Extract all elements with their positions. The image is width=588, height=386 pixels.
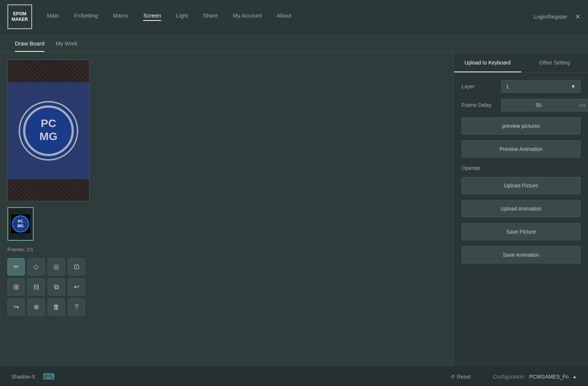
layer-dropdown-arrow: ▼	[570, 83, 576, 89]
canvas-main-area: PC MG	[8, 82, 89, 179]
right-panel-body: Layer 1 ▼ Frame Delay ms preview picture…	[454, 73, 588, 271]
pcmg-logo-large: PC MG	[19, 101, 78, 161]
config-section: Configuration: PCMGAMES_Fn ▲	[493, 374, 577, 380]
nav-share[interactable]: Share	[203, 12, 218, 21]
tool-help[interactable]: ?	[68, 298, 85, 316]
tool-undo[interactable]: ↩	[68, 278, 85, 295]
tool-import-image[interactable]: ⊡	[68, 258, 85, 275]
status-bar: Shadow-X ⌨ ↺ Reset Configuration: PCMGAM…	[0, 367, 588, 386]
save-picture-button[interactable]: Save Picture	[462, 223, 581, 240]
canvas-preview[interactable]: PC MG	[7, 60, 89, 201]
nav-light[interactable]: Light	[176, 12, 188, 21]
center-area	[112, 52, 454, 367]
nav-myaccount[interactable]: My Account	[233, 12, 262, 21]
tab-other-setting[interactable]: Other Setting	[521, 52, 588, 72]
tab-draw-board[interactable]: Draw Board	[15, 40, 44, 52]
svg-text:PC: PC	[41, 117, 56, 129]
logo-text: EPOM MAKER	[12, 11, 28, 22]
layer-row: Layer 1 ▼	[462, 80, 581, 93]
frame-delay-row: Frame Delay ms	[462, 99, 581, 111]
operate-label: Operate	[462, 165, 581, 171]
save-animation-button[interactable]: Save Animation	[462, 246, 581, 263]
app-logo: EPOM MAKER	[7, 4, 32, 29]
right-panel: Upload to Keyboard Other Setting Layer 1…	[454, 52, 588, 367]
reset-button[interactable]: ↺ Reset	[450, 374, 471, 380]
thumbnail-1[interactable]: PC MG	[7, 207, 34, 241]
svg-text:PC: PC	[18, 219, 23, 224]
tool-stamp[interactable]: ⊕	[28, 298, 45, 316]
tool-copy-frame[interactable]: ⧉	[48, 278, 65, 295]
canvas-bottom-strip	[8, 179, 89, 201]
frame-delay-input[interactable]	[501, 99, 576, 111]
layer-label: Layer	[462, 83, 495, 89]
tool-add-frame[interactable]: ⊞	[7, 278, 25, 295]
config-value: PCMGAMES_Fn	[529, 374, 569, 380]
tab-upload-to-keyboard[interactable]: Upload to Keyboard	[454, 52, 521, 72]
nav-screen[interactable]: Screen	[143, 12, 161, 21]
tool-eraser[interactable]: ◇	[28, 258, 45, 275]
config-arrow-icon[interactable]: ▲	[572, 374, 577, 379]
toolbar: ✏ ◇ ◎ ⊡ ⊞ ⊟ ⧉ ↩ ↪ ⊕ 🗑 ?	[7, 258, 104, 316]
login-register-button[interactable]: Login/Register	[534, 14, 567, 20]
thumbnail-row: PC MG	[7, 207, 104, 241]
device-name: Shadow-X	[11, 374, 35, 380]
top-navigation: EPOM MAKER Main FnSetting Macro Screen L…	[0, 0, 588, 34]
preview-animation-button[interactable]: Preview Animation	[462, 140, 581, 158]
reset-label: Reset	[457, 374, 471, 380]
svg-text:MG: MG	[40, 130, 57, 142]
config-label: Configuration:	[493, 374, 525, 380]
tab-my-work[interactable]: My Work	[56, 40, 78, 52]
frame-delay-input-group: ms	[501, 99, 588, 111]
tool-remove-frame[interactable]: ⊟	[28, 278, 45, 295]
layer-value: 1	[506, 83, 509, 89]
preview-pictures-button[interactable]: preview pictures	[462, 117, 581, 135]
frames-info: Frames: 1/1	[7, 247, 104, 252]
nav-right: Login/Register ✕	[534, 13, 581, 20]
right-tabs: Upload to Keyboard Other Setting	[454, 52, 588, 73]
sub-tabs: Draw Board My Work	[0, 34, 588, 52]
nav-main[interactable]: Main	[47, 12, 59, 21]
canvas-top-strip	[8, 60, 89, 82]
tool-pencil[interactable]: ✏	[7, 258, 25, 275]
keyboard-icon: ⌨	[43, 372, 55, 382]
nav-about[interactable]: About	[277, 12, 291, 21]
reset-icon: ↺	[450, 374, 455, 380]
nav-fnsetting[interactable]: FnSetting	[74, 12, 98, 21]
nav-items: Main FnSetting Macro Screen Light Share …	[47, 12, 534, 21]
close-button[interactable]: ✕	[575, 13, 581, 20]
pcmg-logo-small: PC MG	[11, 215, 30, 233]
layer-select[interactable]: 1 ▼	[501, 80, 581, 93]
tool-delete[interactable]: 🗑	[48, 298, 65, 316]
svg-text:MG: MG	[18, 224, 23, 228]
upload-picture-button[interactable]: Upload Picture	[462, 177, 581, 194]
frame-delay-label: Frame Delay	[462, 102, 495, 108]
left-panel: PC MG PC MG Frames: 1/1 ✏ ◇ ◎	[0, 52, 112, 367]
upload-animation-button[interactable]: Upload Animation	[462, 200, 581, 217]
main-content: PC MG PC MG Frames: 1/1 ✏ ◇ ◎	[0, 52, 588, 367]
tool-fill[interactable]: ◎	[48, 258, 65, 275]
nav-macro[interactable]: Macro	[113, 12, 129, 21]
tool-redo[interactable]: ↪	[7, 298, 25, 316]
frame-delay-unit: ms	[576, 99, 588, 111]
